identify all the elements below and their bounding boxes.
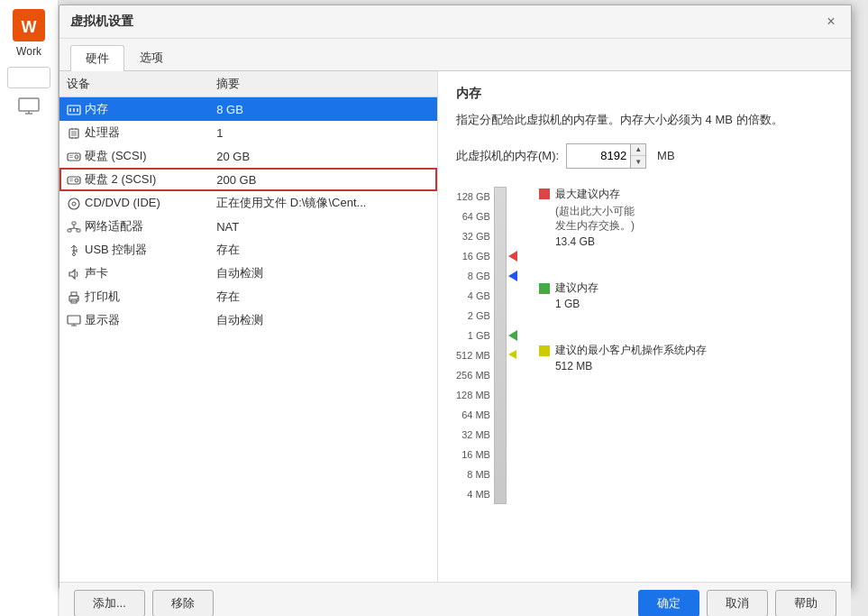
slider-label-8mb: 8 MB: [456, 464, 490, 484]
slider-label-512mb: 512 MB: [456, 345, 490, 365]
max-recommended-marker: [508, 251, 517, 262]
svg-line-31: [69, 228, 74, 229]
memory-slider-bar[interactable]: [494, 187, 507, 504]
slider-label-128mb: 128 MB: [456, 385, 490, 405]
cancel-button[interactable]: 取消: [707, 590, 768, 616]
legend-max-recommended: 最大建议内存 (超出此大小可能发生内存交换。) 13.4 GB: [539, 187, 707, 249]
memory-decrement-button[interactable]: ▼: [631, 156, 645, 168]
memory-increment-button[interactable]: ▲: [631, 144, 645, 156]
svg-rect-2: [19, 98, 39, 111]
svg-rect-8: [77, 108, 78, 112]
svg-rect-23: [69, 179, 73, 179]
device-name-2[interactable]: 硬盘 (SCSI): [59, 144, 209, 168]
add-button[interactable]: 添加...: [74, 590, 145, 616]
sidebar-search-input[interactable]: [7, 67, 50, 88]
slider-label-16mb: 16 MB: [456, 445, 490, 464]
device-summary-3: 200 GB: [209, 168, 437, 191]
svg-rect-6: [69, 108, 71, 112]
svg-rect-10: [71, 131, 77, 136]
legend-max-description: (超出此大小可能发生内存交换。): [555, 204, 707, 234]
svg-point-17: [77, 156, 78, 157]
legend-max-color: [539, 188, 550, 199]
svg-rect-41: [68, 316, 80, 324]
sidebar-label: Work: [16, 45, 41, 58]
svg-point-33: [73, 253, 76, 255]
ok-button[interactable]: 确定: [638, 590, 699, 616]
col-device-header: 设备: [59, 71, 209, 97]
svg-text:W: W: [22, 18, 37, 36]
sidebar: W Work: [0, 0, 59, 616]
slider-label-16gb: 16 GB: [456, 246, 490, 266]
device-icon-sound: [67, 268, 81, 280]
device-name-0[interactable]: 内存: [59, 97, 209, 122]
device-panel: 设备 摘要 内存8 GB处理器1硬盘 (SCSI)20 GB硬盘 2 (SCSI…: [59, 71, 438, 582]
device-table: 设备 摘要 内存8 GB处理器1硬盘 (SCSI)20 GB硬盘 2 (SCSI…: [59, 71, 437, 332]
svg-point-26: [72, 202, 76, 206]
svg-rect-27: [72, 222, 76, 225]
legend-recommended-color: [539, 283, 550, 294]
device-label-4: CD/DVD (IDE): [85, 196, 160, 209]
device-name-9[interactable]: 显示器: [59, 308, 209, 332]
memory-legend: 最大建议内存 (超出此大小可能发生内存交换。) 13.4 GB 建议内存 1 G: [539, 187, 707, 504]
device-icon-disk: [67, 174, 81, 187]
slider-labels-column: 128 GB 64 GB 32 GB 16 GB 8 GB 4 GB 2 GB …: [456, 187, 490, 504]
tab-options[interactable]: 选项: [124, 44, 178, 70]
svg-marker-36: [69, 270, 75, 279]
svg-point-40: [77, 298, 78, 299]
svg-point-22: [77, 179, 78, 180]
memory-value-input[interactable]: [567, 144, 630, 168]
legend-min-value: 512 MB: [555, 360, 707, 372]
svg-rect-18: [69, 155, 73, 156]
device-label-2: 硬盘 (SCSI): [85, 149, 147, 162]
remove-button[interactable]: 移除: [152, 590, 214, 616]
slider-label-4gb: 4 GB: [456, 286, 490, 306]
device-summary-6: 存在: [209, 238, 437, 262]
device-summary-2: 20 GB: [209, 144, 437, 168]
device-name-6[interactable]: USB 控制器: [59, 238, 209, 262]
svg-rect-19: [69, 157, 73, 158]
app-logo: W: [11, 7, 47, 43]
device-icon-network: [67, 221, 81, 234]
memory-spinner: ▲ ▼: [630, 144, 645, 168]
legend-recommended: 建议内存 1 GB: [539, 280, 707, 310]
device-icon-display: [67, 315, 81, 327]
svg-rect-38: [71, 292, 77, 296]
tab-hardware[interactable]: 硬件: [70, 45, 124, 71]
svg-line-32: [74, 228, 78, 229]
settings-panel: 内存 指定分配给此虚拟机的内存量。内存大小必须为 4 MB 的倍数。 此虚拟机的…: [438, 71, 851, 582]
device-name-4[interactable]: CD/DVD (IDE): [59, 191, 209, 215]
slider-label-2gb: 2 GB: [456, 306, 490, 326]
device-summary-1: 1: [209, 121, 437, 144]
device-name-1[interactable]: 处理器: [59, 121, 209, 144]
help-button[interactable]: 帮助: [775, 590, 836, 616]
legend-min-recommended: 建议的最小客户机操作系统内存 512 MB: [539, 343, 707, 372]
device-icon-disk: [67, 151, 81, 163]
legend-recommended-value: 1 GB: [555, 298, 707, 310]
device-label-5: 网络适配器: [85, 219, 143, 233]
slider-label-32mb: 32 MB: [456, 425, 490, 445]
device-label-1: 处理器: [85, 125, 120, 139]
recommended-marker: [508, 330, 517, 341]
legend-max-label: 最大建议内存: [555, 187, 620, 202]
slider-label-256mb: 256 MB: [456, 365, 490, 385]
main-content: 虚拟机设置 × 硬件 选项 设备 摘要 内存8 GB处理器: [59, 0, 868, 616]
device-name-7[interactable]: 声卡: [59, 262, 209, 285]
memory-input-row: 此虚拟机的内存(M): ▲ ▼ MB: [456, 143, 833, 169]
slider-label-8gb: 8 GB: [456, 266, 490, 286]
device-summary-0: 8 GB: [209, 97, 437, 122]
dialog-titlebar: 虚拟机设置 ×: [59, 5, 851, 39]
svg-rect-28: [68, 229, 71, 232]
slider-container: 128 GB 64 GB 32 GB 16 GB 8 GB 4 GB 2 GB …: [456, 187, 528, 504]
legend-max-value: 13.4 GB: [555, 235, 707, 248]
device-label-7: 声卡: [85, 266, 108, 280]
dialog-close-button[interactable]: ×: [822, 13, 840, 31]
device-name-3[interactable]: 硬盘 2 (SCSI): [59, 168, 209, 191]
memory-input-label: 此虚拟机的内存(M):: [456, 148, 559, 164]
settings-description: 指定分配给此虚拟机的内存量。内存大小必须为 4 MB 的倍数。: [456, 111, 833, 129]
memory-unit-label: MB: [657, 149, 675, 162]
svg-rect-7: [73, 108, 75, 112]
device-name-5[interactable]: 网络适配器: [59, 215, 209, 238]
dialog-tabs: 硬件 选项: [59, 39, 851, 71]
device-name-8[interactable]: 打印机: [59, 285, 209, 308]
current-value-marker: [508, 271, 517, 281]
